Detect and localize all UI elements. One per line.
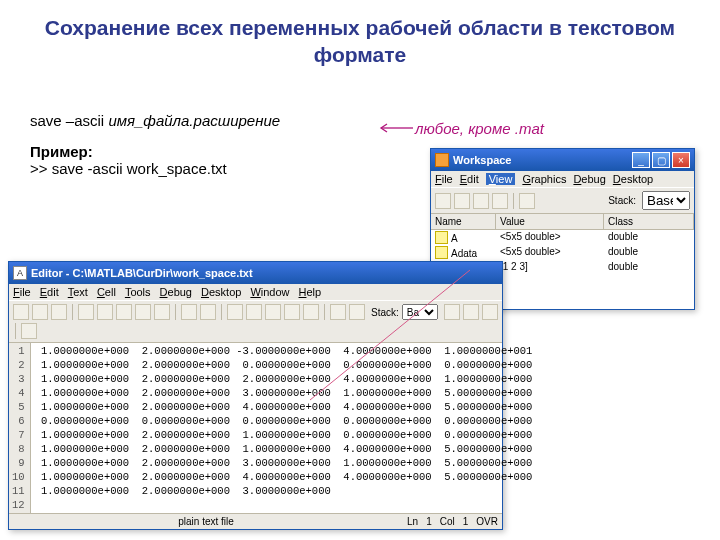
- maximize-button[interactable]: ▢: [652, 152, 670, 168]
- matlab-icon: [435, 153, 449, 167]
- toolbar-button[interactable]: [21, 323, 37, 339]
- command-template: save –ascii имя_файла.расширение: [30, 112, 280, 129]
- example-label: Пример:: [30, 143, 280, 160]
- workspace-toolbar: Stack: Base: [431, 187, 694, 214]
- open-button[interactable]: [32, 304, 48, 320]
- menu-item[interactable]: Cell: [97, 286, 116, 298]
- menu-item[interactable]: Tools: [125, 286, 151, 298]
- col-value[interactable]: Value: [496, 214, 604, 229]
- menu-item[interactable]: Graphics: [522, 173, 566, 185]
- separator: [221, 304, 222, 320]
- undo-button[interactable]: [135, 304, 151, 320]
- annotation-text: любое, кроме .mat: [415, 120, 544, 137]
- menu-item[interactable]: View: [486, 173, 516, 185]
- cmd-prefix: save –ascii: [30, 112, 108, 129]
- slide-title: Сохранение всех переменных рабочей облас…: [0, 0, 720, 77]
- menu-item[interactable]: Debug: [573, 173, 605, 185]
- status-col-label: Col: [440, 516, 455, 527]
- table-row[interactable]: A<5x5 double>double: [431, 230, 694, 245]
- annotation-arrow: [377, 122, 415, 134]
- menu-item[interactable]: File: [435, 173, 453, 185]
- save-button[interactable]: [51, 304, 67, 320]
- example-command: >> save -ascii work_space.txt: [30, 160, 280, 177]
- print-button[interactable]: [181, 304, 197, 320]
- menu-item[interactable]: File: [13, 286, 31, 298]
- var-class: double: [604, 260, 694, 275]
- toolbar-button[interactable]: [265, 304, 281, 320]
- cut-button[interactable]: [78, 304, 94, 320]
- toolbar-button[interactable]: [246, 304, 262, 320]
- toolbar-button[interactable]: [435, 193, 451, 209]
- workspace-title: Workspace: [453, 154, 630, 166]
- toolbar-button[interactable]: [473, 193, 489, 209]
- status-ln-label: Ln: [407, 516, 418, 527]
- status-col: 1: [463, 516, 469, 527]
- instruction-block: save –ascii имя_файла.расширение Пример:…: [30, 112, 280, 177]
- editor-icon: A: [13, 266, 27, 280]
- menu-item[interactable]: Window: [250, 286, 289, 298]
- workspace-menubar: FileEditViewGraphicsDebugDesktop: [431, 171, 694, 187]
- toolbar-button[interactable]: [227, 304, 243, 320]
- var-name: Adata: [431, 245, 496, 260]
- cmd-arg: имя_файла.расширение: [108, 112, 280, 129]
- redo-button[interactable]: [154, 304, 170, 320]
- toolbar-button[interactable]: [492, 193, 508, 209]
- menu-item[interactable]: Edit: [460, 173, 479, 185]
- separator: [175, 304, 176, 320]
- status-ln: 1: [426, 516, 432, 527]
- minimize-button[interactable]: _: [632, 152, 650, 168]
- connector-line: [300, 260, 490, 410]
- find-button[interactable]: [200, 304, 216, 320]
- col-name[interactable]: Name: [431, 214, 496, 229]
- menu-item[interactable]: Edit: [40, 286, 59, 298]
- var-class: double: [604, 245, 694, 260]
- close-button[interactable]: ×: [672, 152, 690, 168]
- menu-item[interactable]: Text: [68, 286, 88, 298]
- svg-line-1: [310, 270, 470, 400]
- stack-select[interactable]: Base: [642, 191, 690, 210]
- separator: [513, 193, 514, 209]
- copy-button[interactable]: [97, 304, 113, 320]
- workspace-list-header: Name Value Class: [431, 214, 694, 230]
- toolbar-button[interactable]: [284, 304, 300, 320]
- new-button[interactable]: [13, 304, 29, 320]
- separator: [72, 304, 73, 320]
- col-class[interactable]: Class: [604, 214, 694, 229]
- toolbar-button[interactable]: [519, 193, 535, 209]
- var-value: <5x5 double>: [496, 245, 604, 260]
- var-value: [1 2 3]: [496, 260, 604, 275]
- status-ovr: OVR: [476, 516, 498, 527]
- status-mode: plain text file: [178, 516, 234, 527]
- menu-item[interactable]: Debug: [160, 286, 192, 298]
- menu-item[interactable]: Desktop: [613, 173, 653, 185]
- workspace-titlebar[interactable]: Workspace _ ▢ ×: [431, 149, 694, 171]
- var-class: double: [604, 230, 694, 245]
- var-name: A: [431, 230, 496, 245]
- paste-button[interactable]: [116, 304, 132, 320]
- stack-label: Stack:: [608, 195, 636, 206]
- menu-item[interactable]: Desktop: [201, 286, 241, 298]
- separator: [15, 323, 16, 339]
- line-gutter: 123456789101112: [9, 343, 31, 513]
- toolbar-button[interactable]: [454, 193, 470, 209]
- editor-statusbar: plain text file Ln 1 Col 1 OVR: [9, 513, 502, 529]
- var-value: <5x5 double>: [496, 230, 604, 245]
- table-row[interactable]: Adata<5x5 double>double: [431, 245, 694, 260]
